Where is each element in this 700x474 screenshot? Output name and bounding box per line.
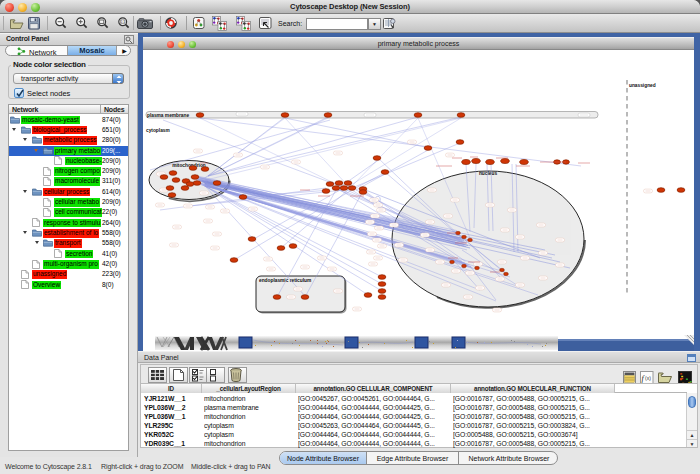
svg-text:unassigned: unassigned (629, 83, 656, 88)
svg-text:nucleus: nucleus (479, 171, 497, 176)
svg-text:plasma membrane: plasma membrane (147, 113, 189, 118)
svg-text:(x): (x) (645, 375, 651, 381)
svg-text:cytoplasm: cytoplasm (146, 128, 170, 133)
svg-text:1:1: 1:1 (120, 20, 125, 24)
